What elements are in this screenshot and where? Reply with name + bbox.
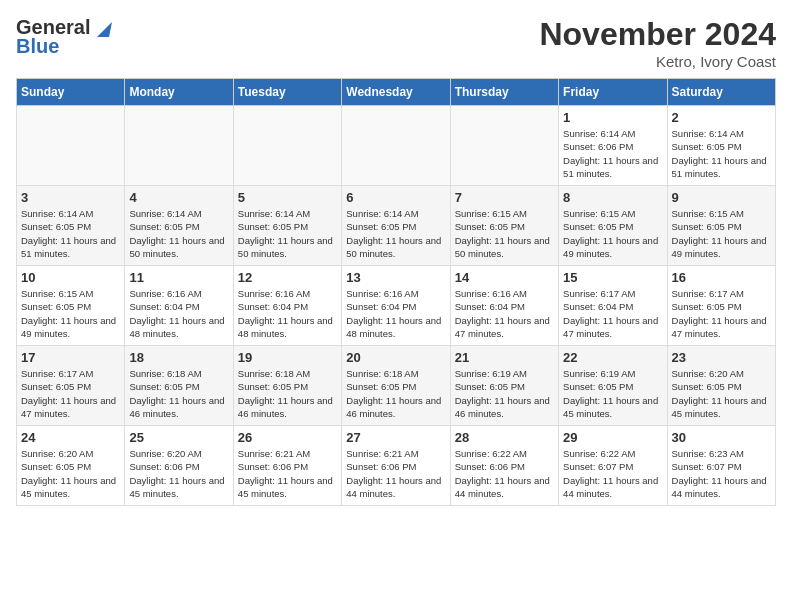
calendar-week-row: 17Sunrise: 6:17 AMSunset: 6:05 PMDayligh… <box>17 346 776 426</box>
day-number: 22 <box>563 350 662 365</box>
calendar-cell: 26Sunrise: 6:21 AMSunset: 6:06 PMDayligh… <box>233 426 341 506</box>
svg-marker-0 <box>97 22 112 37</box>
cell-content: Sunrise: 6:15 AMSunset: 6:05 PMDaylight:… <box>563 207 662 260</box>
calendar-week-row: 24Sunrise: 6:20 AMSunset: 6:05 PMDayligh… <box>17 426 776 506</box>
cell-content: Sunrise: 6:16 AMSunset: 6:04 PMDaylight:… <box>129 287 228 340</box>
day-number: 23 <box>672 350 771 365</box>
day-number: 12 <box>238 270 337 285</box>
cell-content: Sunrise: 6:15 AMSunset: 6:05 PMDaylight:… <box>672 207 771 260</box>
day-number: 28 <box>455 430 554 445</box>
calendar-cell: 21Sunrise: 6:19 AMSunset: 6:05 PMDayligh… <box>450 346 558 426</box>
cell-content: Sunrise: 6:16 AMSunset: 6:04 PMDaylight:… <box>238 287 337 340</box>
day-number: 24 <box>21 430 120 445</box>
cell-content: Sunrise: 6:14 AMSunset: 6:05 PMDaylight:… <box>129 207 228 260</box>
day-number: 1 <box>563 110 662 125</box>
day-number: 4 <box>129 190 228 205</box>
calendar-cell: 29Sunrise: 6:22 AMSunset: 6:07 PMDayligh… <box>559 426 667 506</box>
cell-content: Sunrise: 6:20 AMSunset: 6:05 PMDaylight:… <box>672 367 771 420</box>
calendar-cell: 15Sunrise: 6:17 AMSunset: 6:04 PMDayligh… <box>559 266 667 346</box>
cell-content: Sunrise: 6:19 AMSunset: 6:05 PMDaylight:… <box>455 367 554 420</box>
calendar-cell: 20Sunrise: 6:18 AMSunset: 6:05 PMDayligh… <box>342 346 450 426</box>
day-number: 2 <box>672 110 771 125</box>
weekday-header-row: SundayMondayTuesdayWednesdayThursdayFrid… <box>17 79 776 106</box>
logo-triangle-icon <box>92 17 114 39</box>
cell-content: Sunrise: 6:22 AMSunset: 6:07 PMDaylight:… <box>563 447 662 500</box>
cell-content: Sunrise: 6:14 AMSunset: 6:05 PMDaylight:… <box>346 207 445 260</box>
day-number: 6 <box>346 190 445 205</box>
weekday-header-sunday: Sunday <box>17 79 125 106</box>
cell-content: Sunrise: 6:23 AMSunset: 6:07 PMDaylight:… <box>672 447 771 500</box>
calendar-cell: 6Sunrise: 6:14 AMSunset: 6:05 PMDaylight… <box>342 186 450 266</box>
weekday-header-tuesday: Tuesday <box>233 79 341 106</box>
calendar-cell: 10Sunrise: 6:15 AMSunset: 6:05 PMDayligh… <box>17 266 125 346</box>
cell-content: Sunrise: 6:16 AMSunset: 6:04 PMDaylight:… <box>346 287 445 340</box>
calendar-cell: 13Sunrise: 6:16 AMSunset: 6:04 PMDayligh… <box>342 266 450 346</box>
day-number: 15 <box>563 270 662 285</box>
calendar-cell: 11Sunrise: 6:16 AMSunset: 6:04 PMDayligh… <box>125 266 233 346</box>
day-number: 17 <box>21 350 120 365</box>
calendar-cell: 25Sunrise: 6:20 AMSunset: 6:06 PMDayligh… <box>125 426 233 506</box>
cell-content: Sunrise: 6:19 AMSunset: 6:05 PMDaylight:… <box>563 367 662 420</box>
logo: General Blue <box>16 16 114 58</box>
calendar-cell: 8Sunrise: 6:15 AMSunset: 6:05 PMDaylight… <box>559 186 667 266</box>
calendar-cell: 30Sunrise: 6:23 AMSunset: 6:07 PMDayligh… <box>667 426 775 506</box>
calendar-cell: 14Sunrise: 6:16 AMSunset: 6:04 PMDayligh… <box>450 266 558 346</box>
day-number: 19 <box>238 350 337 365</box>
calendar-cell: 24Sunrise: 6:20 AMSunset: 6:05 PMDayligh… <box>17 426 125 506</box>
cell-content: Sunrise: 6:15 AMSunset: 6:05 PMDaylight:… <box>455 207 554 260</box>
calendar-cell: 3Sunrise: 6:14 AMSunset: 6:05 PMDaylight… <box>17 186 125 266</box>
cell-content: Sunrise: 6:21 AMSunset: 6:06 PMDaylight:… <box>238 447 337 500</box>
day-number: 27 <box>346 430 445 445</box>
cell-content: Sunrise: 6:17 AMSunset: 6:05 PMDaylight:… <box>672 287 771 340</box>
calendar-cell: 17Sunrise: 6:17 AMSunset: 6:05 PMDayligh… <box>17 346 125 426</box>
day-number: 10 <box>21 270 120 285</box>
day-number: 20 <box>346 350 445 365</box>
day-number: 30 <box>672 430 771 445</box>
cell-content: Sunrise: 6:14 AMSunset: 6:05 PMDaylight:… <box>21 207 120 260</box>
day-number: 21 <box>455 350 554 365</box>
cell-content: Sunrise: 6:20 AMSunset: 6:05 PMDaylight:… <box>21 447 120 500</box>
page-header: General Blue November 2024 Ketro, Ivory … <box>16 16 776 70</box>
calendar-cell <box>233 106 341 186</box>
cell-content: Sunrise: 6:14 AMSunset: 6:06 PMDaylight:… <box>563 127 662 180</box>
weekday-header-thursday: Thursday <box>450 79 558 106</box>
weekday-header-wednesday: Wednesday <box>342 79 450 106</box>
cell-content: Sunrise: 6:17 AMSunset: 6:04 PMDaylight:… <box>563 287 662 340</box>
day-number: 3 <box>21 190 120 205</box>
calendar-cell: 2Sunrise: 6:14 AMSunset: 6:05 PMDaylight… <box>667 106 775 186</box>
cell-content: Sunrise: 6:15 AMSunset: 6:05 PMDaylight:… <box>21 287 120 340</box>
calendar-cell: 23Sunrise: 6:20 AMSunset: 6:05 PMDayligh… <box>667 346 775 426</box>
cell-content: Sunrise: 6:18 AMSunset: 6:05 PMDaylight:… <box>238 367 337 420</box>
calendar-cell: 7Sunrise: 6:15 AMSunset: 6:05 PMDaylight… <box>450 186 558 266</box>
title-block: November 2024 Ketro, Ivory Coast <box>539 16 776 70</box>
day-number: 29 <box>563 430 662 445</box>
day-number: 9 <box>672 190 771 205</box>
calendar-cell: 9Sunrise: 6:15 AMSunset: 6:05 PMDaylight… <box>667 186 775 266</box>
calendar-week-row: 10Sunrise: 6:15 AMSunset: 6:05 PMDayligh… <box>17 266 776 346</box>
cell-content: Sunrise: 6:20 AMSunset: 6:06 PMDaylight:… <box>129 447 228 500</box>
day-number: 8 <box>563 190 662 205</box>
calendar-week-row: 1Sunrise: 6:14 AMSunset: 6:06 PMDaylight… <box>17 106 776 186</box>
weekday-header-monday: Monday <box>125 79 233 106</box>
cell-content: Sunrise: 6:18 AMSunset: 6:05 PMDaylight:… <box>129 367 228 420</box>
location-subtitle: Ketro, Ivory Coast <box>539 53 776 70</box>
cell-content: Sunrise: 6:17 AMSunset: 6:05 PMDaylight:… <box>21 367 120 420</box>
calendar-cell <box>125 106 233 186</box>
calendar-cell <box>450 106 558 186</box>
calendar-cell: 22Sunrise: 6:19 AMSunset: 6:05 PMDayligh… <box>559 346 667 426</box>
calendar-cell: 28Sunrise: 6:22 AMSunset: 6:06 PMDayligh… <box>450 426 558 506</box>
day-number: 7 <box>455 190 554 205</box>
calendar-cell <box>342 106 450 186</box>
day-number: 5 <box>238 190 337 205</box>
month-title: November 2024 <box>539 16 776 53</box>
calendar-table: SundayMondayTuesdayWednesdayThursdayFrid… <box>16 78 776 506</box>
cell-content: Sunrise: 6:22 AMSunset: 6:06 PMDaylight:… <box>455 447 554 500</box>
cell-content: Sunrise: 6:21 AMSunset: 6:06 PMDaylight:… <box>346 447 445 500</box>
cell-content: Sunrise: 6:18 AMSunset: 6:05 PMDaylight:… <box>346 367 445 420</box>
cell-content: Sunrise: 6:14 AMSunset: 6:05 PMDaylight:… <box>238 207 337 260</box>
calendar-week-row: 3Sunrise: 6:14 AMSunset: 6:05 PMDaylight… <box>17 186 776 266</box>
weekday-header-saturday: Saturday <box>667 79 775 106</box>
calendar-cell: 12Sunrise: 6:16 AMSunset: 6:04 PMDayligh… <box>233 266 341 346</box>
day-number: 14 <box>455 270 554 285</box>
day-number: 13 <box>346 270 445 285</box>
